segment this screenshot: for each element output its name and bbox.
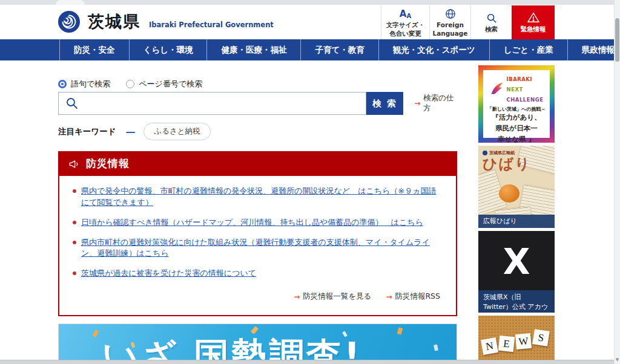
radio-selected-icon[interactable]: [58, 80, 67, 88]
page: 茨城県 Ibaraki Prefectural Government AA 文字…: [0, 0, 620, 364]
ibaraki-logo-icon: [58, 10, 81, 33]
search-bar: 検 索 → 検索の仕方: [58, 92, 457, 115]
challenge-subtitle: 「新しい茨城」への挑戦～: [486, 106, 547, 112]
challenge-line3: 幸せな県 』: [486, 134, 547, 145]
radio-unselected-icon[interactable]: [126, 80, 134, 88]
site-logo[interactable]: 茨城県 Ibaraki Prefectural Government: [58, 10, 274, 33]
challenge-logo-line2: NEXT: [507, 86, 523, 93]
news-letter-tile: N: [481, 337, 498, 355]
search-mode-radios: 語句で検索 ページ番号で検索: [58, 79, 202, 89]
hibari-caption: 広報ひばり: [478, 215, 555, 228]
search-help-label: 検索の仕方: [423, 93, 457, 114]
warning-icon: [527, 11, 540, 24]
search-submit-button[interactable]: 検 索: [366, 92, 403, 115]
census-banner[interactable]: いざ 国勢調査!: [58, 323, 457, 360]
site-name-en: Ibaraki Prefectural Government: [149, 21, 274, 29]
search-help-link[interactable]: → 検索の仕方: [414, 93, 457, 114]
disaster-info-body: 県内で発令中の警報、市町村の避難情報の発令状況、避難所の開設状況など はこちら（…: [58, 176, 457, 316]
list-item: 県内市町村の避難対策強化に向けた取組み状況（避難行動要支援者の支援体制、マイ・タ…: [71, 237, 444, 268]
emergency-info-button[interactable]: 緊急情報: [512, 5, 555, 39]
keyword-tag-furusato[interactable]: ふるさと納税: [143, 123, 210, 140]
disaster-link-past-disasters[interactable]: 茨城県が過去に被害を受けた災害の情報について: [81, 268, 256, 278]
font-size-color-button[interactable]: AA 文字サイズ・ 色合い変更: [381, 5, 429, 39]
challenge-line1: 『活力があり、: [486, 112, 547, 123]
font-size-label-2: 色合い変更: [389, 30, 421, 37]
disaster-list-link-label: 防災情報一覧を見る: [303, 291, 371, 302]
keyword-dash: —: [125, 126, 135, 137]
list-item: 日頃から確認すべき情報（ハザードマップ、河川情報、持ち出し品や備蓄品の準備） は…: [71, 217, 444, 237]
radio-search-by-page-number[interactable]: ページ番号で検索: [126, 79, 202, 89]
arrow-icon: →: [414, 99, 420, 108]
nav-item-bousai[interactable]: 防災・安全: [59, 39, 129, 60]
next-section-edge: [0, 360, 614, 364]
arrow-icon: →: [386, 293, 392, 301]
browser-edge-strip: [0, 0, 620, 5]
browser-tab-hint: [56, 0, 85, 5]
disaster-rss-link-label: 防災情報RSS: [395, 291, 440, 302]
challenge-banner-inner: IBARAKI NEXT CHALLENGE 「新しい茨城」への挑戦～ 『活力が…: [483, 70, 550, 138]
disaster-link-daily-check[interactable]: 日頃から確認すべき情報（ハザードマップ、河川情報、持ち出し品や備蓄品の準備） は…: [81, 218, 423, 227]
disaster-info-header: 防災情報: [58, 151, 457, 176]
search-input-magnifier-icon: [65, 97, 79, 112]
emergency-label: 緊急情報: [521, 25, 546, 33]
foreign-label-1: Foreign: [437, 21, 464, 28]
disaster-link-alerts[interactable]: 県内で発令中の警報、市町村の避難情報の発令状況、避難所の開設状況など はこちら（…: [81, 186, 437, 207]
banner-x-account[interactable]: X 茨城県X（旧Twitter）公式 アカウント: [478, 231, 555, 313]
radio-page-label: ページ番号で検索: [139, 79, 202, 89]
radio-word-label: 語句で検索: [71, 79, 110, 89]
hibari-brand: 茨城県広報紙 ひばり: [483, 150, 531, 172]
foreign-label-2: Language: [433, 30, 468, 37]
foreign-language-button[interactable]: Foreign Language: [429, 5, 470, 39]
fruit-photo-decoration: [499, 184, 519, 203]
x-logo-icon: X: [478, 238, 555, 285]
disaster-link-municipal-efforts[interactable]: 県内市町村の避難対策強化に向けた取組み状況（避難行動要支援者の支援体制、マイ・タ…: [81, 238, 430, 258]
x-account-caption: 茨城県X（旧Twitter）公式 アカウント: [478, 290, 555, 313]
disaster-list-link[interactable]: → 防災情報一覧を見る: [294, 291, 371, 302]
challenge-logo-line1: IBARAKI: [507, 76, 533, 82]
header-search-button[interactable]: 検索: [470, 5, 512, 39]
challenge-bird-icon: [490, 81, 504, 96]
banner-news[interactable]: N E W S: [478, 316, 555, 360]
disaster-rss-link[interactable]: → 防災情報RSS: [386, 291, 440, 302]
banner-ibaraki-next-challenge[interactable]: IBARAKI NEXT CHALLENGE 「新しい茨城」への挑戦～ 『活力が…: [478, 65, 555, 143]
nav-item-kensei[interactable]: 県政情報: [567, 39, 620, 60]
nav-item-kenko[interactable]: 健康・医療・福祉: [206, 39, 300, 60]
font-size-label-1: 文字サイズ・: [386, 21, 425, 28]
search-input[interactable]: [58, 92, 366, 115]
scrollbar-down-arrow[interactable]: ▼: [615, 357, 620, 362]
ibaraki-dot-icon: [483, 151, 487, 155]
site-header: 茨城県 Ibaraki Prefectural Government AA 文字…: [0, 5, 614, 39]
news-letter-tile: W: [515, 333, 532, 349]
site-name: 茨城県: [88, 11, 140, 33]
news-letter-tile: S: [532, 329, 550, 346]
disaster-info-box: 防災情報 県内で発令中の警報、市町村の避難情報の発令状況、避難所の開設状況など …: [58, 151, 457, 316]
page-scrollbar[interactable]: ▼: [614, 0, 620, 364]
challenge-line2: 県民が日本一: [486, 123, 547, 134]
arrow-icon: →: [294, 293, 300, 301]
header-search-label: 検索: [485, 25, 498, 33]
radio-search-by-word[interactable]: 語句で検索: [58, 79, 110, 89]
keyword-label: 注目キーワード: [58, 126, 116, 137]
list-item: 茨城県が過去に被害を受けた災害の情報について: [71, 268, 444, 288]
challenge-logo-line3: CHALLENGE: [507, 97, 544, 103]
list-item: 県内で発令中の警報、市町村の避難情報の発令状況、避難所の開設状況など はこちら（…: [71, 186, 444, 217]
census-banner-text: いざ 国勢調査!: [102, 333, 362, 360]
nav-item-kanko[interactable]: 観光・文化・スポーツ: [378, 39, 489, 60]
header-tools: AA 文字サイズ・ 色合い変更 Foreign Language: [381, 5, 555, 39]
scrollbar-thumb[interactable]: [615, 18, 619, 62]
keyword-row: 注目キーワード — ふるさと納税: [58, 123, 211, 140]
nav-item-kosodate[interactable]: 子育て・教育: [300, 39, 378, 60]
hibari-brand-large: ひばり: [483, 156, 531, 172]
megaphone-icon: [68, 158, 80, 170]
banner-koho-hibari[interactable]: 茨城県広報紙 ひばり 広報ひばり: [478, 146, 555, 228]
news-letter-tile: E: [498, 336, 515, 352]
nav-item-kurashi[interactable]: くらし・環境: [129, 39, 207, 60]
disaster-info-title: 防災情報: [86, 157, 130, 171]
search-icon: [486, 11, 497, 24]
globe-icon: [445, 7, 456, 19]
disaster-info-footer: → 防災情報一覧を見る → 防災情報RSS: [71, 288, 444, 309]
global-nav: 防災・安全 くらし・環境 健康・医療・福祉 子育て・教育 観光・文化・スポーツ …: [0, 39, 614, 60]
nav-item-shigoto[interactable]: しごと・産業: [489, 39, 567, 60]
font-size-icon: AA: [400, 7, 411, 19]
